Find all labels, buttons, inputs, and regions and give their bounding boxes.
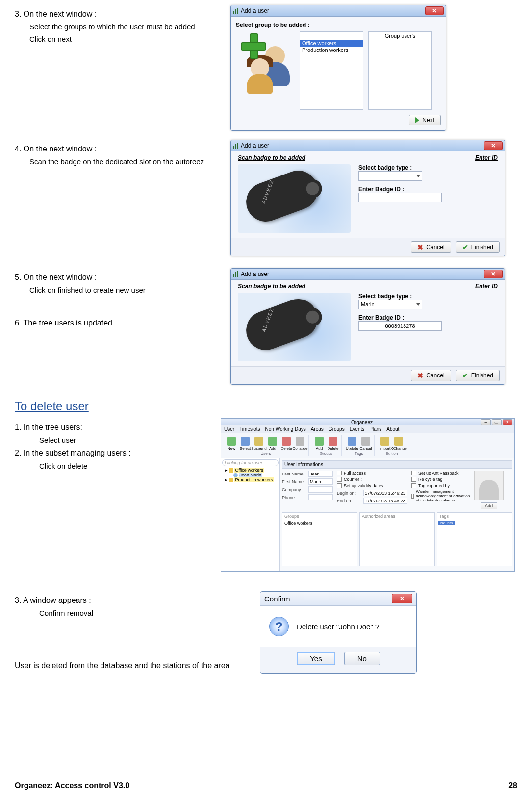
rb-xchange[interactable]: XChange xyxy=(392,435,405,450)
step4-a: Scan the badge on the dedicated slot on … xyxy=(29,157,221,166)
validity-checkbox[interactable] xyxy=(337,483,342,488)
wander-checkbox[interactable] xyxy=(411,494,414,499)
rb-suspend[interactable]: Suspend xyxy=(253,435,265,450)
close-button[interactable]: ✕ xyxy=(484,141,503,150)
app-title: Organeez xyxy=(351,420,373,425)
rb-import[interactable]: Import xyxy=(379,435,391,450)
folder-icon xyxy=(229,468,233,473)
rb-new[interactable]: New xyxy=(225,435,238,450)
selected-groups-list[interactable]: Group user's xyxy=(368,31,432,110)
panel-groups: Groups Office workers xyxy=(282,512,357,566)
badge-id-label: Enter Badge ID : xyxy=(358,314,498,321)
panel-areas: Authorized areas xyxy=(359,512,435,566)
folder-icon xyxy=(229,478,233,482)
delete3-title: 3. A window appears : xyxy=(15,596,250,605)
delete-outcome: User is deleted from the database and th… xyxy=(15,661,250,670)
info-title: User Informations xyxy=(282,460,512,469)
menu-timeslots[interactable]: Timeslots xyxy=(239,426,260,432)
scan-header: Scan badge to be added xyxy=(238,283,305,290)
group-prompt: Select group to be added : xyxy=(236,22,441,28)
enterid-header: Enter ID xyxy=(475,283,498,290)
group-option-production[interactable]: Production workers xyxy=(300,47,363,53)
tag-item: No info xyxy=(438,521,455,525)
rb-collapse[interactable]: Collapse xyxy=(294,435,306,450)
last-name-field[interactable]: Jean xyxy=(308,471,333,477)
begin-date[interactable]: 17/07/2013 15:46:23 xyxy=(363,490,407,496)
menu-areas[interactable]: Areas xyxy=(311,426,324,432)
menu-nonworking[interactable]: Non Working Days xyxy=(265,426,306,432)
enterid-header: Enter ID xyxy=(475,154,498,161)
menu-user[interactable]: User xyxy=(224,426,234,432)
fullaccess-checkbox[interactable] xyxy=(337,471,342,475)
finished-button[interactable]: ✔Finished xyxy=(456,241,500,253)
page-number: 28 xyxy=(508,781,517,790)
antipassback-checkbox[interactable] xyxy=(411,471,416,475)
footer-left: Organeez: Access control V3.0 xyxy=(15,781,129,790)
cancel-button[interactable]: ✖Cancel xyxy=(411,241,451,253)
close-button[interactable]: ✕ xyxy=(503,419,512,425)
rb-add[interactable]: Add xyxy=(266,435,279,450)
close-button[interactable]: ✕ xyxy=(484,270,503,278)
rb-add-group[interactable]: Add xyxy=(313,435,326,450)
delete1-title: 1. In the tree users: xyxy=(15,423,211,432)
next-button[interactable]: Next xyxy=(409,115,441,125)
recycle-checkbox[interactable] xyxy=(411,477,416,482)
no-button[interactable]: No xyxy=(344,652,380,665)
panel-groups-item: Office workers xyxy=(282,520,357,526)
first-name-field[interactable]: Marin xyxy=(308,478,333,485)
tree-office[interactable]: Office workers xyxy=(234,468,264,473)
menubar[interactable]: User Timeslots Non Working Days Areas Gr… xyxy=(221,425,514,433)
tree-user-jean[interactable]: Jean Marin xyxy=(239,473,263,477)
badge-type-dropdown[interactable] xyxy=(358,171,422,181)
window-title: Add a user xyxy=(241,142,269,149)
app-icon xyxy=(233,271,239,277)
menu-events[interactable]: Events xyxy=(350,426,365,432)
minimize-button[interactable]: – xyxy=(481,419,491,425)
step3-title: 3. On the next window : xyxy=(15,10,221,19)
phone-field[interactable] xyxy=(308,494,333,500)
confirm-dialog: Confirm ✕ ? Delete user "John Doe" ? Yes… xyxy=(260,591,417,674)
organeez-main-window: Organeez – ▭ ✕ User Timeslots Non Workin… xyxy=(221,418,515,572)
exported-checkbox[interactable] xyxy=(411,483,416,488)
menu-about[interactable]: About xyxy=(386,426,399,432)
person-icon xyxy=(233,473,238,477)
counter-checkbox[interactable] xyxy=(337,477,342,482)
search-input[interactable]: Looking for an user... xyxy=(222,459,279,466)
maximize-button[interactable]: ▭ xyxy=(492,419,502,425)
badge-id-input[interactable] xyxy=(358,193,442,202)
app-icon xyxy=(233,8,239,14)
ribbon: New Select Suspend Add Delete Collapse U… xyxy=(221,433,514,458)
badge-type-dropdown[interactable]: Marin xyxy=(358,300,422,309)
menu-plans[interactable]: Plans xyxy=(369,426,381,432)
info-pane: User Informations Last NameJean First Na… xyxy=(280,458,514,571)
rb-delete-group[interactable]: Delete xyxy=(327,435,339,450)
check-icon: ✔ xyxy=(462,372,468,379)
rb-cancel[interactable]: Cancel xyxy=(359,435,372,450)
avatar-placeholder xyxy=(474,471,504,500)
company-field[interactable] xyxy=(308,486,333,493)
close-button[interactable]: ✕ xyxy=(392,594,412,603)
cancel-button[interactable]: ✖Cancel xyxy=(411,370,451,381)
add-photo-button[interactable]: Add xyxy=(481,502,497,509)
step5-a: Click on finished to create new user xyxy=(29,286,221,294)
rb-select[interactable]: Select xyxy=(239,435,252,450)
panel-tags: Tags No info xyxy=(437,512,512,566)
yes-button[interactable]: Yes xyxy=(297,652,335,665)
available-groups-list[interactable]: Office workers Production workers xyxy=(300,31,363,110)
rb-update[interactable]: Update xyxy=(346,435,358,450)
step5-title: 5. On the next window : xyxy=(15,273,221,282)
badge-id-input[interactable]: 0003913278 xyxy=(358,321,442,331)
question-icon: ? xyxy=(269,617,289,636)
rb-delete[interactable]: Delete xyxy=(280,435,293,450)
group-option-office[interactable]: Office workers xyxy=(300,40,363,47)
tree-production[interactable]: Production workers xyxy=(234,477,274,482)
end-date[interactable]: 17/07/2013 15:46:23 xyxy=(363,498,407,504)
finished-button[interactable]: ✔Finished xyxy=(456,370,500,381)
menu-groups[interactable]: Groups xyxy=(329,426,345,432)
badge-illustration: ADVEEZ xyxy=(238,164,351,233)
step3-a: Select the groups to which the user must… xyxy=(29,23,221,31)
app-icon xyxy=(233,143,239,149)
users-tree[interactable]: Looking for an user... ▸ Office workers … xyxy=(221,458,280,571)
close-button[interactable]: ✕ xyxy=(425,6,444,15)
add-user-window-groups: Add a user ✕ Select group to be added : xyxy=(230,5,446,131)
